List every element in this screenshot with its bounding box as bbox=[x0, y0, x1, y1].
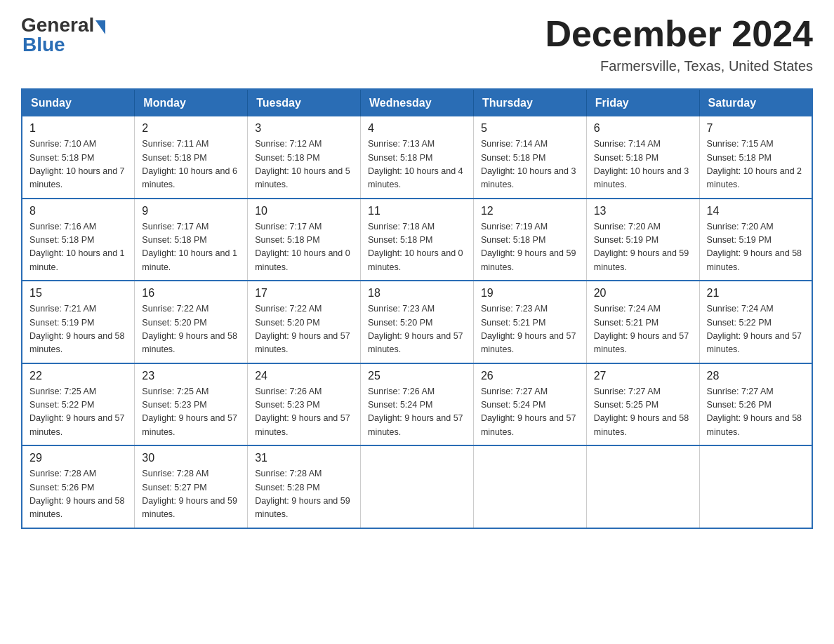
day-info: Sunrise: 7:13 AMSunset: 5:18 PMDaylight:… bbox=[368, 139, 463, 189]
day-number: 27 bbox=[594, 370, 692, 382]
day-number: 31 bbox=[255, 452, 353, 464]
day-number: 20 bbox=[594, 287, 692, 300]
calendar-day-cell: 9 Sunrise: 7:17 AMSunset: 5:18 PMDayligh… bbox=[135, 199, 248, 281]
day-info: Sunrise: 7:11 AMSunset: 5:18 PMDaylight:… bbox=[142, 139, 237, 189]
day-number: 22 bbox=[29, 370, 127, 382]
day-info: Sunrise: 7:14 AMSunset: 5:18 PMDaylight:… bbox=[594, 139, 689, 189]
calendar-week-row: 29 Sunrise: 7:28 AMSunset: 5:26 PMDaylig… bbox=[22, 445, 812, 528]
day-number: 25 bbox=[368, 370, 466, 382]
calendar-week-row: 22 Sunrise: 7:25 AMSunset: 5:22 PMDaylig… bbox=[22, 363, 812, 446]
day-info: Sunrise: 7:10 AMSunset: 5:18 PMDaylight:… bbox=[29, 139, 125, 189]
calendar-day-cell: 10 Sunrise: 7:17 AMSunset: 5:18 PMDaylig… bbox=[248, 199, 361, 281]
calendar-day-header: Thursday bbox=[473, 89, 586, 116]
calendar-day-cell: 8 Sunrise: 7:16 AMSunset: 5:18 PMDayligh… bbox=[22, 199, 135, 281]
day-number: 8 bbox=[29, 205, 127, 217]
day-info: Sunrise: 7:22 AMSunset: 5:20 PMDaylight:… bbox=[142, 304, 237, 354]
main-title: December 2024 bbox=[545, 14, 813, 54]
calendar-day-cell bbox=[699, 445, 812, 528]
calendar-day-cell: 11 Sunrise: 7:18 AMSunset: 5:18 PMDaylig… bbox=[361, 199, 474, 281]
calendar-day-header: Monday bbox=[135, 89, 248, 116]
calendar-header-row: SundayMondayTuesdayWednesdayThursdayFrid… bbox=[22, 89, 812, 116]
day-info: Sunrise: 7:27 AMSunset: 5:26 PMDaylight:… bbox=[707, 387, 802, 437]
calendar-day-cell: 4 Sunrise: 7:13 AMSunset: 5:18 PMDayligh… bbox=[361, 116, 474, 199]
day-info: Sunrise: 7:23 AMSunset: 5:21 PMDaylight:… bbox=[481, 304, 576, 354]
calendar-table: SundayMondayTuesdayWednesdayThursdayFrid… bbox=[21, 88, 813, 529]
day-info: Sunrise: 7:26 AMSunset: 5:23 PMDaylight:… bbox=[255, 387, 350, 437]
day-info: Sunrise: 7:15 AMSunset: 5:18 PMDaylight:… bbox=[707, 139, 802, 189]
day-info: Sunrise: 7:18 AMSunset: 5:18 PMDaylight:… bbox=[368, 222, 463, 272]
day-info: Sunrise: 7:28 AMSunset: 5:26 PMDaylight:… bbox=[29, 469, 125, 519]
calendar-day-cell: 18 Sunrise: 7:23 AMSunset: 5:20 PMDaylig… bbox=[361, 281, 474, 363]
day-info: Sunrise: 7:27 AMSunset: 5:24 PMDaylight:… bbox=[481, 387, 576, 437]
subtitle: Farmersville, Texas, United States bbox=[545, 58, 813, 74]
day-number: 16 bbox=[142, 287, 240, 300]
calendar-day-cell bbox=[586, 445, 699, 528]
calendar-day-cell: 19 Sunrise: 7:23 AMSunset: 5:21 PMDaylig… bbox=[473, 281, 586, 363]
calendar-day-cell: 12 Sunrise: 7:19 AMSunset: 5:18 PMDaylig… bbox=[473, 199, 586, 281]
calendar-day-cell: 26 Sunrise: 7:27 AMSunset: 5:24 PMDaylig… bbox=[473, 363, 586, 446]
day-number: 7 bbox=[707, 122, 805, 135]
calendar-day-cell: 28 Sunrise: 7:27 AMSunset: 5:26 PMDaylig… bbox=[699, 363, 812, 446]
calendar-day-cell bbox=[361, 445, 474, 528]
day-number: 28 bbox=[707, 370, 805, 382]
day-info: Sunrise: 7:28 AMSunset: 5:28 PMDaylight:… bbox=[255, 469, 350, 519]
day-number: 10 bbox=[255, 205, 353, 217]
day-number: 4 bbox=[368, 122, 466, 135]
day-number: 6 bbox=[594, 122, 692, 135]
day-info: Sunrise: 7:21 AMSunset: 5:19 PMDaylight:… bbox=[29, 304, 125, 354]
calendar-day-cell: 29 Sunrise: 7:28 AMSunset: 5:26 PMDaylig… bbox=[22, 445, 135, 528]
day-number: 9 bbox=[142, 205, 240, 217]
logo-blue-text: Blue bbox=[22, 34, 65, 56]
calendar-day-cell: 30 Sunrise: 7:28 AMSunset: 5:27 PMDaylig… bbox=[135, 445, 248, 528]
calendar-day-cell: 1 Sunrise: 7:10 AMSunset: 5:18 PMDayligh… bbox=[22, 116, 135, 199]
calendar-day-cell: 21 Sunrise: 7:24 AMSunset: 5:22 PMDaylig… bbox=[699, 281, 812, 363]
logo-arrow-icon bbox=[95, 20, 105, 34]
calendar-day-cell: 13 Sunrise: 7:20 AMSunset: 5:19 PMDaylig… bbox=[586, 199, 699, 281]
day-number: 5 bbox=[481, 122, 579, 135]
day-info: Sunrise: 7:12 AMSunset: 5:18 PMDaylight:… bbox=[255, 139, 350, 189]
day-info: Sunrise: 7:25 AMSunset: 5:22 PMDaylight:… bbox=[29, 387, 125, 437]
day-info: Sunrise: 7:27 AMSunset: 5:25 PMDaylight:… bbox=[594, 387, 689, 437]
calendar-day-header: Saturday bbox=[699, 89, 812, 116]
day-number: 29 bbox=[29, 452, 127, 464]
day-number: 30 bbox=[142, 452, 240, 464]
calendar-day-header: Tuesday bbox=[248, 89, 361, 116]
day-info: Sunrise: 7:24 AMSunset: 5:21 PMDaylight:… bbox=[594, 304, 689, 354]
calendar-day-cell: 16 Sunrise: 7:22 AMSunset: 5:20 PMDaylig… bbox=[135, 281, 248, 363]
day-number: 18 bbox=[368, 287, 466, 300]
day-number: 24 bbox=[255, 370, 353, 382]
calendar-day-cell bbox=[473, 445, 586, 528]
page-header: General Blue December 2024 Farmersville,… bbox=[21, 14, 813, 74]
day-info: Sunrise: 7:14 AMSunset: 5:18 PMDaylight:… bbox=[481, 139, 576, 189]
day-info: Sunrise: 7:19 AMSunset: 5:18 PMDaylight:… bbox=[481, 222, 576, 272]
day-info: Sunrise: 7:22 AMSunset: 5:20 PMDaylight:… bbox=[255, 304, 350, 354]
logo: General Blue bbox=[21, 14, 105, 56]
calendar-day-cell: 5 Sunrise: 7:14 AMSunset: 5:18 PMDayligh… bbox=[473, 116, 586, 199]
day-number: 21 bbox=[707, 287, 805, 300]
calendar-week-row: 8 Sunrise: 7:16 AMSunset: 5:18 PMDayligh… bbox=[22, 199, 812, 281]
calendar-day-cell: 22 Sunrise: 7:25 AMSunset: 5:22 PMDaylig… bbox=[22, 363, 135, 446]
day-number: 23 bbox=[142, 370, 240, 382]
calendar-day-cell: 17 Sunrise: 7:22 AMSunset: 5:20 PMDaylig… bbox=[248, 281, 361, 363]
day-number: 14 bbox=[707, 205, 805, 217]
calendar-day-header: Sunday bbox=[22, 89, 135, 116]
day-info: Sunrise: 7:17 AMSunset: 5:18 PMDaylight:… bbox=[255, 222, 350, 272]
calendar-day-cell: 14 Sunrise: 7:20 AMSunset: 5:19 PMDaylig… bbox=[699, 199, 812, 281]
day-number: 11 bbox=[368, 205, 466, 217]
calendar-day-cell: 27 Sunrise: 7:27 AMSunset: 5:25 PMDaylig… bbox=[586, 363, 699, 446]
day-number: 3 bbox=[255, 122, 353, 135]
day-info: Sunrise: 7:20 AMSunset: 5:19 PMDaylight:… bbox=[594, 222, 689, 272]
calendar-week-row: 15 Sunrise: 7:21 AMSunset: 5:19 PMDaylig… bbox=[22, 281, 812, 363]
calendar-day-cell: 31 Sunrise: 7:28 AMSunset: 5:28 PMDaylig… bbox=[248, 445, 361, 528]
day-number: 17 bbox=[255, 287, 353, 300]
calendar-day-cell: 3 Sunrise: 7:12 AMSunset: 5:18 PMDayligh… bbox=[248, 116, 361, 199]
day-number: 13 bbox=[594, 205, 692, 217]
day-info: Sunrise: 7:23 AMSunset: 5:20 PMDaylight:… bbox=[368, 304, 463, 354]
day-number: 12 bbox=[481, 205, 579, 217]
day-info: Sunrise: 7:20 AMSunset: 5:19 PMDaylight:… bbox=[707, 222, 802, 272]
day-number: 15 bbox=[29, 287, 127, 300]
day-info: Sunrise: 7:16 AMSunset: 5:18 PMDaylight:… bbox=[29, 222, 125, 272]
day-info: Sunrise: 7:25 AMSunset: 5:23 PMDaylight:… bbox=[142, 387, 237, 437]
calendar-day-cell: 24 Sunrise: 7:26 AMSunset: 5:23 PMDaylig… bbox=[248, 363, 361, 446]
calendar-day-cell: 2 Sunrise: 7:11 AMSunset: 5:18 PMDayligh… bbox=[135, 116, 248, 199]
